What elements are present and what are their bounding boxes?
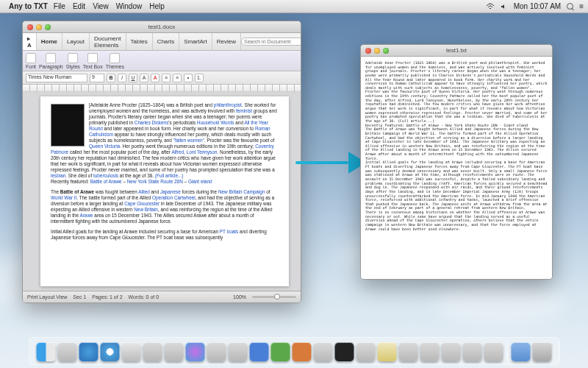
link-new-britain[interactable]: New Britain	[134, 207, 158, 212]
font-name-select[interactable]: Times New Roman	[26, 74, 87, 82]
dock-itunes[interactable]	[186, 342, 205, 361]
font-size-select[interactable]: 9	[90, 74, 104, 82]
link-queen-victoria[interactable]: Queen Victoria	[89, 144, 120, 149]
dock-textedit[interactable]	[356, 342, 376, 361]
dock-trash[interactable]	[533, 342, 552, 361]
spotlight-icon[interactable]	[567, 3, 573, 10]
link-japanese[interactable]: Japanese	[160, 189, 181, 194]
tab-smartart[interactable]: SmartArt	[179, 33, 212, 50]
font-color-button[interactable]: A	[151, 74, 159, 82]
italic-button[interactable]: I	[118, 74, 126, 82]
link-giant-eland[interactable]: Giant eland	[188, 179, 212, 184]
tab-home[interactable]: Home	[37, 33, 62, 50]
txt-titlebar[interactable]: test1.txt	[361, 45, 552, 57]
menu-edit[interactable]: Edit	[73, 2, 85, 10]
dock-mail[interactable]	[122, 342, 141, 361]
dock-app-1[interactable]	[420, 342, 440, 361]
txt-window[interactable]: test1.txt Adelaide Anne Procter (1825-18…	[360, 44, 553, 280]
document-area[interactable]: [Adelaide Anne Procter (1825–1864) was a…	[23, 92, 301, 291]
zoom-button[interactable]	[383, 48, 389, 54]
clock[interactable]: Mon 10:07 AM	[514, 2, 561, 10]
dock-finder[interactable]	[37, 342, 56, 361]
ribbon-textbox-button[interactable]: Text Box	[83, 53, 103, 69]
link-fallen-women[interactable]: "fallen women"	[173, 138, 204, 143]
link-wwii[interactable]: World War II	[51, 195, 76, 200]
menu-file[interactable]: File	[54, 2, 65, 10]
zoom-value[interactable]: 100%	[233, 294, 246, 300]
zoom-slider[interactable]	[252, 296, 296, 298]
tab-doc-elements[interactable]: Document Elements	[90, 33, 126, 50]
dock-contacts[interactable]	[143, 342, 162, 361]
word-window[interactable]: test1.docx ▸ A Home Layout Document Elem…	[22, 21, 301, 303]
close-button[interactable]	[365, 48, 371, 54]
dock-messages[interactable]	[229, 342, 248, 361]
align-left-button[interactable]: ≡	[162, 74, 171, 82]
tab-layout[interactable]: Layout	[62, 33, 90, 50]
dock-facetime[interactable]	[207, 342, 226, 361]
status-view[interactable]: Print Layout View	[27, 294, 67, 300]
link-full-article[interactable]: (Full article...)	[155, 173, 184, 178]
dock-safari[interactable]	[101, 342, 120, 361]
link-new-britain-campaign[interactable]: New Britain Campaign	[218, 189, 265, 194]
app-name[interactable]: Any to TXT	[9, 2, 48, 10]
dock-excel[interactable]	[271, 342, 290, 361]
tab-review[interactable]: Review	[212, 33, 241, 50]
dock-appstore[interactable]	[79, 342, 98, 361]
link-allied[interactable]: Allied	[138, 189, 150, 194]
ribbon-themes-group[interactable]: Themes	[106, 53, 124, 69]
notification-center-icon[interactable]: ≡	[579, 2, 584, 10]
link-philanthropist[interactable]: philanthropist	[214, 102, 242, 107]
bold-button[interactable]: B	[107, 74, 115, 82]
txt-content[interactable]: Adelaide Anne Procter (1825-1864) was a …	[361, 57, 552, 279]
link-cape-gloucester[interactable]: Cape Gloucester	[124, 201, 159, 206]
link-cartwheel[interactable]: Operation Cartwheel	[152, 195, 196, 200]
menu-view[interactable]: View	[93, 2, 109, 10]
ribbon-paragraph-group[interactable]: Paragraph	[39, 53, 63, 69]
ribbon-font-group[interactable]: Font	[26, 53, 36, 69]
dock-downloads[interactable]	[512, 342, 531, 361]
numbering-button[interactable]: 1.	[195, 74, 204, 82]
link-tennyson[interactable]: Alfred, Lord Tennyson	[171, 149, 217, 155]
dock-app-3[interactable]	[463, 342, 482, 361]
link-feminist[interactable]: feminist	[236, 108, 252, 113]
dock-app-4[interactable]	[484, 342, 503, 361]
ribbon-styles-group[interactable]: Styles	[66, 53, 80, 69]
search-input[interactable]	[241, 38, 301, 46]
wifi-icon[interactable]	[486, 3, 495, 10]
minimize-button[interactable]	[374, 48, 380, 54]
tab-charts[interactable]: Charts	[153, 33, 180, 50]
link-battle-arawe[interactable]: Battle of Arawe	[90, 179, 122, 184]
link-household-words[interactable]: Household Words	[197, 120, 234, 125]
dock-terminal[interactable]	[335, 342, 354, 361]
link-pt-boats[interactable]: PT boats	[220, 229, 238, 234]
search-in-document[interactable]	[241, 38, 301, 46]
align-center-button[interactable]: ≡	[173, 74, 182, 82]
link-tuberculosis[interactable]: tuberculosis	[93, 173, 118, 178]
dock-preview[interactable]	[399, 342, 418, 361]
link-lesbian[interactable]: lesbian	[51, 173, 65, 178]
link-ny-28n[interactable]: New York State Route 28N	[127, 179, 183, 184]
link-dickens[interactable]: Charles Dickens	[135, 120, 169, 125]
minimize-button[interactable]	[36, 24, 42, 30]
document-page[interactable]: [Adelaide Anne Procter (1825–1864) was a…	[40, 96, 289, 286]
word-titlebar[interactable]: test1.docx	[23, 21, 301, 33]
tab-tables[interactable]: Tables	[126, 33, 153, 50]
zoom-button[interactable]	[45, 24, 51, 30]
bullets-button[interactable]: •	[184, 74, 193, 82]
dock-pages[interactable]	[378, 342, 397, 361]
close-button[interactable]	[27, 24, 33, 30]
dock-onenote[interactable]	[314, 342, 333, 361]
tab-a-home[interactable]: ▸ A	[23, 33, 37, 50]
volume-icon[interactable]	[501, 3, 508, 10]
menu-window[interactable]: Window	[116, 2, 143, 10]
dock-word[interactable]	[250, 342, 269, 361]
dock-app-2[interactable]	[442, 342, 461, 361]
link-arawe[interactable]: Arawe	[79, 213, 93, 218]
dock-launchpad[interactable]	[58, 342, 77, 361]
dock-powerpoint[interactable]	[293, 342, 312, 361]
underline-button[interactable]: U	[129, 74, 137, 82]
menu-help[interactable]: Help	[149, 2, 165, 10]
ruler[interactable]	[23, 85, 301, 92]
highlight-button[interactable]: A	[140, 74, 148, 82]
dock-calendar[interactable]	[165, 342, 184, 361]
